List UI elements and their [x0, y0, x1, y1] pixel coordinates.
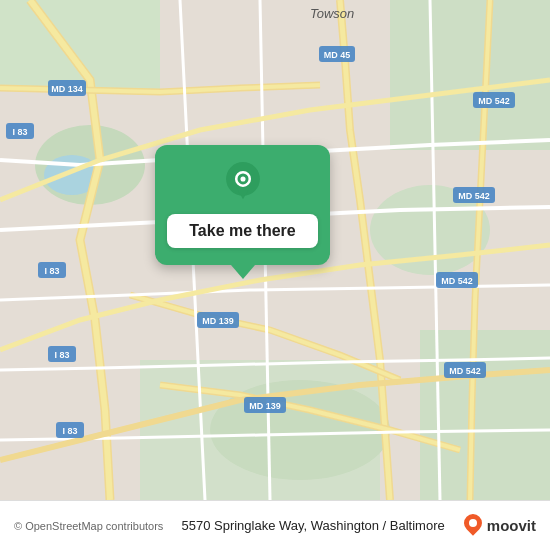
- copyright-text: © OpenStreetMap contributors: [14, 520, 163, 532]
- svg-text:MD 134: MD 134: [51, 84, 83, 94]
- svg-text:I 83: I 83: [44, 266, 59, 276]
- tooltip-card: Take me there: [155, 145, 330, 279]
- moovit-logo: moovit: [463, 514, 536, 538]
- svg-text:MD 542: MD 542: [478, 96, 510, 106]
- svg-text:I 83: I 83: [62, 426, 77, 436]
- green-pin-box: Take me there: [155, 145, 330, 265]
- svg-text:Towson: Towson: [310, 6, 354, 21]
- tooltip-arrow: [231, 265, 255, 279]
- address-text: 5570 Springlake Way, Washington / Baltim…: [181, 518, 444, 533]
- take-me-there-button[interactable]: Take me there: [167, 214, 317, 248]
- svg-text:I 83: I 83: [12, 127, 27, 137]
- svg-text:MD 542: MD 542: [441, 276, 473, 286]
- location-pin-icon: [221, 162, 265, 206]
- svg-text:MD 542: MD 542: [449, 366, 481, 376]
- svg-rect-2: [0, 0, 160, 90]
- svg-text:MD 139: MD 139: [249, 401, 281, 411]
- svg-text:MD 542: MD 542: [458, 191, 490, 201]
- footer-bar: © OpenStreetMap contributors 5570 Spring…: [0, 500, 550, 550]
- svg-text:MD 45: MD 45: [324, 50, 351, 60]
- svg-point-36: [240, 176, 245, 181]
- moovit-pin-icon: [463, 514, 483, 538]
- svg-text:I 83: I 83: [54, 350, 69, 360]
- moovit-brand-text: moovit: [487, 517, 536, 534]
- svg-text:MD 139: MD 139: [202, 316, 234, 326]
- map-container: MD 134 I 83 I 83 I 83 I 83 MD 45 MD 542 …: [0, 0, 550, 500]
- svg-rect-3: [390, 0, 550, 150]
